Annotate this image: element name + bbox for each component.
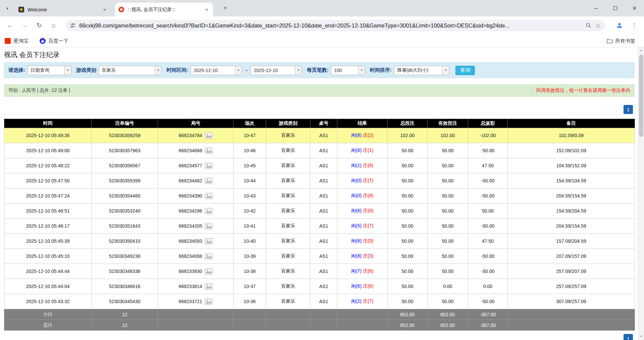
zoom-icon[interactable] (586, 22, 592, 29)
tab-close-icon[interactable]: × (204, 7, 210, 13)
cell-bet-id: 523030359259 (92, 128, 158, 143)
back-button[interactable]: ← (4, 19, 16, 32)
cell-payout: -50.00 (468, 188, 508, 204)
sort-order-select[interactable]: 降幂(由大到小) ▼ (394, 66, 449, 75)
profile-avatar-icon[interactable] (613, 19, 626, 32)
round-preview-icon[interactable] (205, 283, 213, 290)
cell-bet-id: 523030348336 (92, 264, 158, 279)
cell-payout: 0.00 (468, 279, 508, 294)
cell-session: 10-43 (234, 188, 266, 204)
cell-total-bet[interactable]: 50.00 (388, 173, 428, 188)
round-preview-icon[interactable] (205, 268, 213, 275)
chevron-down-icon[interactable]: ▼ (235, 66, 242, 75)
home-button[interactable]: ⌂ (48, 19, 60, 32)
round-preview-icon[interactable] (205, 238, 213, 244)
round-preview-icon[interactable] (205, 208, 213, 214)
cell-game-type: 百家乐 (266, 249, 310, 264)
cell-round: 668234390 (158, 188, 234, 204)
round-preview-icon[interactable] (205, 148, 213, 154)
maximize-icon (613, 6, 617, 10)
scrollbar-thumb[interactable] (639, 55, 643, 137)
date-start-input[interactable]: 2025-12-10 ▼ (191, 66, 242, 75)
date-end-input[interactable]: 2025-12-10 ▼ (251, 66, 302, 75)
refresh-button[interactable]: ↻ (33, 19, 45, 32)
cell-round: 668234296 (158, 204, 234, 219)
close-button[interactable]: × (625, 0, 644, 16)
chevron-down-icon[interactable]: ▼ (64, 66, 71, 75)
cell-total-bet[interactable]: 50.00 (388, 234, 428, 249)
round-preview-icon[interactable] (205, 253, 213, 260)
bookmark-star-icon[interactable]: ☆ (595, 22, 601, 30)
cell-total-bet[interactable]: 50.00 (388, 219, 428, 234)
round-preview-icon[interactable] (205, 223, 213, 229)
round-preview-icon[interactable] (205, 132, 213, 139)
cell-remark: 102.09/0.09 (508, 128, 635, 143)
browser-tab-betrecord[interactable]: :::视讯, 会员下注纪录::: × (115, 3, 213, 16)
round-preview-icon[interactable] (205, 298, 213, 305)
cell-result: 闲(0) 庄(7) (337, 173, 388, 188)
subtotal-row: 小计12652.00602.00-307.00 (4, 309, 635, 320)
table-row: 2025-12-10 05:45:10523030349238668234008… (4, 249, 635, 264)
url-text[interactable]: 66cxkj98.com/game/betrecord_search/kind3… (79, 22, 583, 29)
cell-total-bet[interactable]: 50.00 (388, 294, 428, 309)
minimize-button[interactable]: – (587, 0, 606, 16)
footer-empty-cell (158, 320, 234, 331)
cell-round: 668234008 (158, 249, 234, 264)
page-size-select[interactable]: 100 ▼ (331, 66, 365, 75)
forward-button[interactable]: → (18, 19, 31, 32)
maximize-button[interactable] (606, 0, 625, 16)
cell-valid-bet: 50.00 (428, 219, 468, 234)
cell-time: 2025-12-10 05:47:50 (4, 173, 92, 188)
round-preview-icon[interactable] (205, 163, 213, 169)
chevron-down-icon[interactable]: ▼ (442, 66, 449, 75)
column-header: 局号 (158, 119, 234, 128)
chevron-down-icon[interactable]: ▼ (155, 66, 161, 75)
url-bar[interactable]: 66cxkj98.com/game/betrecord_search/kind3… (66, 20, 605, 31)
cell-total-bet[interactable]: 50.00 (388, 204, 428, 219)
bookmark-aitaobao[interactable]: 爱淘宝 (3, 37, 31, 45)
cell-round: 668234482 (158, 173, 234, 188)
chevron-down-icon[interactable]: ▼ (358, 66, 365, 75)
cell-remark: 204.59/154.59 (508, 188, 635, 204)
pagination-page-1[interactable]: 1 (624, 105, 633, 114)
round-preview-icon[interactable] (205, 178, 213, 184)
cell-time: 2025-12-10 05:49:35 (4, 128, 92, 143)
cell-total-bet[interactable]: 50.00 (388, 249, 428, 264)
cell-table-no: AS1 (310, 188, 337, 204)
scroll-down-icon[interactable]: ▼ (638, 334, 644, 339)
result-banker: 庄(0) (363, 208, 373, 213)
tab-close-icon[interactable]: × (102, 7, 108, 13)
cell-total-bet[interactable]: 50.00 (388, 143, 428, 158)
query-type-select[interactable]: 日期查询 ▼ (28, 66, 71, 75)
cell-result: 闲(8) 庄(3) (337, 249, 388, 264)
scroll-up-icon[interactable]: ▲ (638, 48, 644, 53)
column-header: 桌号 (310, 119, 337, 128)
all-bookmarks-button[interactable]: 所有书签 (607, 37, 635, 45)
cell-total-bet[interactable]: 50.00 (388, 158, 428, 173)
cell-round: 668234577 (158, 158, 234, 173)
pagination-page-1-bottom[interactable]: 1 (624, 334, 633, 340)
site-settings-icon[interactable] (70, 22, 76, 29)
result-player: 闲(5) (351, 223, 361, 228)
cell-game-type: 百家乐 (266, 143, 310, 158)
cell-total-bet[interactable]: 50.00 (388, 188, 428, 204)
round-number: 668233721 (179, 299, 202, 304)
footer-label: 小计 (4, 309, 92, 320)
new-tab-button[interactable]: + (221, 4, 230, 13)
browser-menu-icon[interactable]: ⋮ (629, 19, 640, 32)
cell-total-bet[interactable]: 50.00 (388, 279, 428, 294)
bookmark-baidu[interactable]: 百度一下 (38, 37, 70, 45)
cell-total-bet[interactable]: 50.00 (388, 264, 428, 279)
round-preview-icon[interactable] (205, 193, 213, 199)
cell-total-bet[interactable]: 102.00 (388, 128, 428, 143)
tab-search-icon[interactable]: ▾ (3, 4, 11, 12)
cell-table-no: AS1 (310, 249, 337, 264)
result-banker: 庄(8) (363, 193, 373, 198)
vertical-scrollbar[interactable]: ▲ ▼ (638, 47, 644, 340)
game-type-select[interactable]: 百家乐 ▼ (99, 66, 162, 75)
column-header: 总投注 (388, 119, 428, 128)
search-button[interactable]: 查询 (455, 66, 475, 75)
chevron-down-icon[interactable]: ▼ (295, 66, 302, 75)
table-row: 2025-12-10 05:48:22523030356567668234577… (4, 158, 635, 173)
browser-tab-welcome[interactable]: Welcome × (15, 3, 111, 16)
